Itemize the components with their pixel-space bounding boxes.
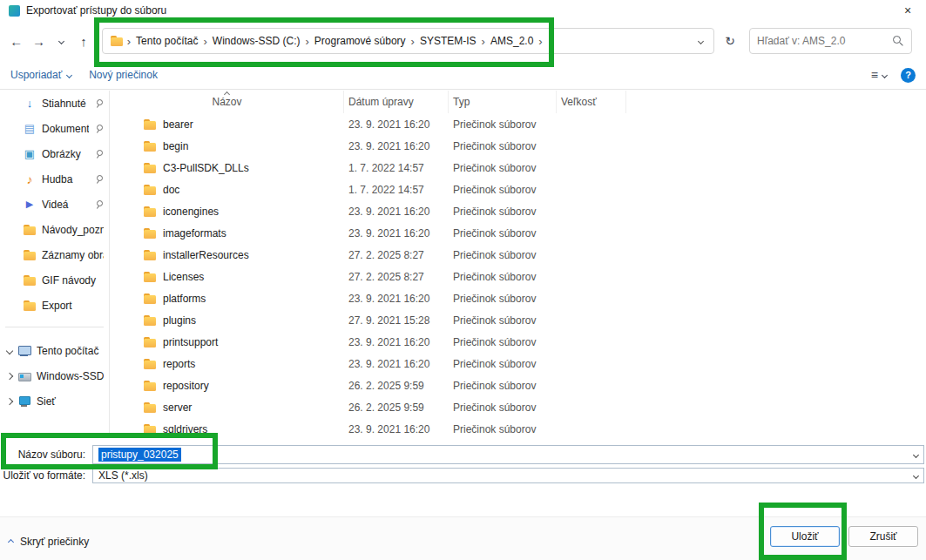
file-row[interactable]: installerResources 27. 2. 2025 8:27 Prie… (111, 244, 926, 266)
hide-folders-button[interactable]: Skryť priečinky (9, 536, 89, 548)
column-header-name[interactable]: Názov (111, 91, 344, 113)
file-type: Priečinok súborov (449, 184, 557, 196)
sidebar-quick-item[interactable]: Dokumenty (0, 116, 109, 141)
sidebar-tree-item[interactable]: Tento počítač (0, 338, 109, 363)
file-type: Priečinok súborov (449, 401, 557, 414)
file-type: Priečinok súborov (449, 314, 557, 327)
sidebar-quick-item[interactable]: Záznamy obrazo (0, 242, 109, 267)
file-type: Priečinok súborov (449, 118, 557, 131)
address-bar[interactable]: Tento počítač Windows-SSD (C:) Programov… (102, 28, 715, 54)
file-date-modified: 26. 2. 2025 9:59 (344, 401, 449, 414)
file-type: Priečinok súborov (449, 140, 557, 152)
refresh-button[interactable]: ↻ (718, 29, 742, 53)
sidebar-quick-item[interactable]: Export (0, 293, 109, 318)
close-button[interactable]: × (898, 1, 917, 20)
breadcrumb-separator-icon (302, 35, 313, 48)
file-row[interactable]: iconengines 23. 9. 2021 16:20 Priečinok … (111, 200, 926, 222)
cancel-button[interactable]: Zrušiť (848, 526, 918, 547)
file-row[interactable]: printsupport 23. 9. 2021 16:20 Priečinok… (111, 331, 926, 353)
file-row[interactable]: platforms 23. 9. 2021 16:20 Priečinok sú… (111, 287, 926, 309)
navigation-bar: ← → ↑ Tento počítač Windows-SSD (C:) Pro… (0, 21, 926, 61)
sidebar-tree-item[interactable]: Windows-SSD (0, 363, 109, 388)
filename-value: pristupy_032025 (98, 448, 181, 462)
file-name: repository (157, 380, 344, 392)
recent-locations-button[interactable] (50, 29, 72, 53)
breadcrumb-item[interactable]: Windows-SSD (C:) (211, 35, 302, 47)
sidebar-item-icon (23, 172, 37, 186)
breadcrumb-item[interactable]: SYSTEM-IS (418, 35, 478, 47)
chevron-down-icon[interactable] (913, 472, 919, 478)
file-date-modified: 23. 9. 2021 16:20 (344, 227, 449, 240)
file-row[interactable]: repository 26. 2. 2025 9:59 Priečinok sú… (111, 374, 926, 396)
sidebar-item-icon (23, 273, 37, 287)
sidebar-item-label: GIF návody (42, 274, 104, 287)
search-icon[interactable] (892, 35, 904, 47)
forward-button[interactable]: → (28, 29, 51, 53)
search-input[interactable] (757, 35, 892, 47)
sidebar-quick-item[interactable]: GIF návody (0, 267, 109, 293)
sidebar-quick-item[interactable]: Videá (0, 192, 109, 217)
file-row[interactable]: bearer 23. 9. 2021 16:20 Priečinok súbor… (111, 113, 926, 135)
save-file-dialog: Exportovať prístupy do súboru × ← → ↑ Te… (0, 0, 926, 560)
file-row[interactable]: plugins 27. 9. 2021 15:28 Priečinok súbo… (111, 309, 926, 331)
file-row[interactable]: doc 1. 7. 2022 14:57 Priečinok súborov (111, 179, 926, 200)
help-icon[interactable]: ? (901, 68, 916, 83)
file-row[interactable]: begin 23. 9. 2021 16:20 Priečinok súboro… (111, 135, 926, 157)
file-date-modified: 1. 7. 2022 14:57 (344, 162, 449, 174)
file-type: Priečinok súborov (449, 271, 557, 283)
file-name: Licenses (157, 271, 344, 283)
sidebar-quick-item[interactable]: Hudba (0, 166, 109, 192)
file-date-modified: 27. 2. 2025 8:27 (344, 249, 449, 261)
format-select[interactable]: XLS (*.xls) (92, 468, 924, 483)
pin-icon (94, 149, 104, 159)
new-folder-button[interactable]: Nový priečinok (89, 69, 158, 81)
file-row[interactable]: sqldrivers 23. 9. 2021 16:20 Priečinok s… (111, 418, 926, 435)
back-button[interactable]: ← (5, 29, 28, 53)
breadcrumb-item[interactable]: Tento počítač (134, 35, 199, 47)
chevron-down-icon (58, 37, 64, 44)
up-button[interactable]: ↑ (72, 29, 95, 53)
column-header-size[interactable]: Veľkosť (557, 91, 626, 113)
sidebar-quick-item[interactable]: Návody_poznán (0, 217, 109, 242)
file-name: plugins (157, 314, 344, 327)
file-name: bearer (157, 118, 344, 131)
breadcrumb-item[interactable]: AMS_2.0 (489, 35, 535, 47)
expander-icon[interactable] (6, 347, 13, 354)
expander-icon[interactable] (6, 397, 13, 404)
sidebar-item-label: Sieť (37, 395, 104, 408)
breadcrumb-separator-icon (408, 35, 418, 48)
sidebar-item-icon (17, 369, 31, 383)
file-row[interactable]: Licenses 27. 2. 2025 8:27 Priečinok súbo… (111, 266, 926, 287)
column-header-type[interactable]: Typ (449, 91, 557, 113)
sidebar-quick-item[interactable]: Stiahnuté súl (0, 91, 109, 116)
folder-icon (143, 118, 157, 132)
list-view-icon: ≡ (871, 68, 878, 82)
sidebar-quick-item[interactable]: Obrázky (0, 141, 109, 166)
file-row[interactable]: imageformats 23. 9. 2021 16:20 Priečinok… (111, 222, 926, 244)
column-type-label: Typ (453, 96, 470, 108)
file-type: Priečinok súborov (449, 293, 557, 305)
filename-label: Názov súboru: (0, 449, 92, 461)
organize-button[interactable]: Usporiadať (10, 69, 71, 81)
filename-input[interactable]: pristupy_032025 (92, 445, 924, 464)
sidebar-tree-item[interactable]: Sieť (0, 388, 109, 414)
file-type: Priečinok súborov (449, 358, 557, 370)
folder-icon (143, 205, 157, 219)
view-options-button[interactable]: ≡ (871, 68, 887, 82)
chevron-down-icon[interactable] (913, 451, 919, 457)
file-row[interactable]: server 26. 2. 2025 9:59 Priečinok súboro… (111, 396, 926, 418)
expander-icon[interactable] (6, 372, 13, 379)
column-header-date-modified[interactable]: Dátum úpravy (344, 91, 449, 113)
folder-icon (143, 161, 157, 175)
file-row[interactable]: C3-PullSDK_DLLs 1. 7. 2022 14:57 Priečin… (111, 157, 926, 179)
save-button[interactable]: Uložiť (770, 526, 840, 547)
file-name: iconengines (157, 206, 344, 218)
file-row[interactable]: reports 23. 9. 2021 16:20 Priečinok súbo… (111, 353, 926, 374)
folder-icon (143, 422, 157, 436)
sidebar-item-label: Záznamy obrazo (42, 249, 104, 261)
sidebar-item-label: Videá (42, 199, 89, 211)
breadcrumb-separator-icon (124, 35, 134, 48)
breadcrumb-item[interactable]: Programové súbory (313, 35, 408, 47)
address-dropdown-icon[interactable] (698, 37, 704, 44)
folder-icon (143, 292, 157, 306)
